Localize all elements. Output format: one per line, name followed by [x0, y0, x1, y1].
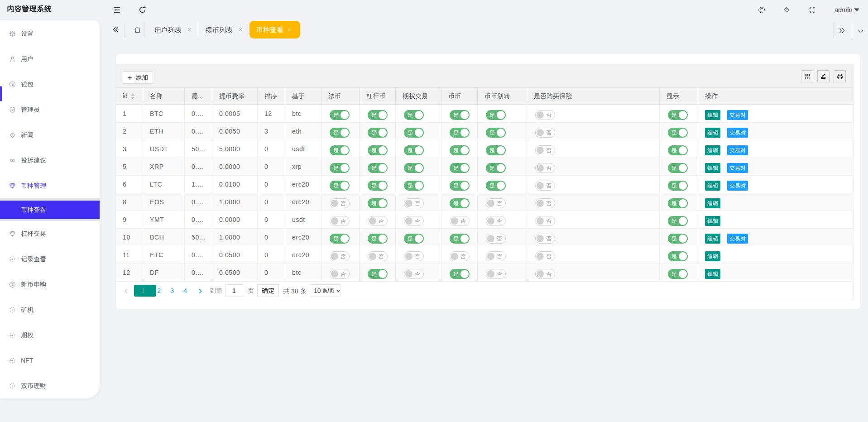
svg-text:$: $ [11, 82, 14, 86]
svg-text:$: $ [11, 282, 14, 287]
